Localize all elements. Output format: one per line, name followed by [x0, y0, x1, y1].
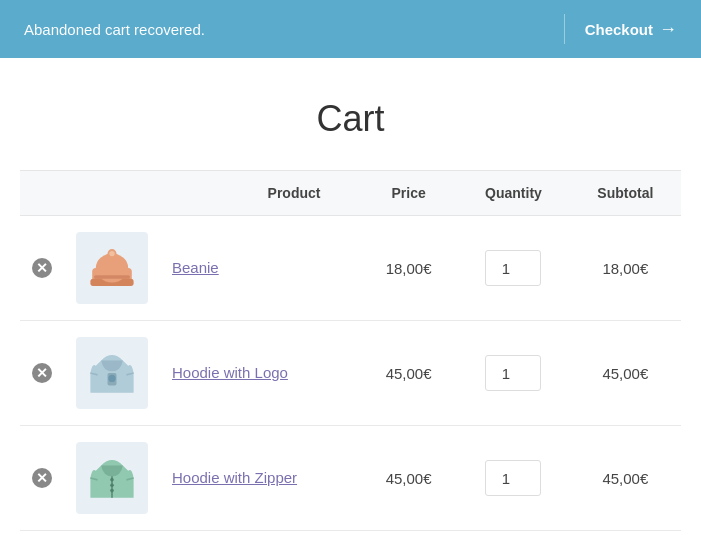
product-thumbnail	[76, 232, 148, 304]
col-header-price: Price	[360, 171, 457, 216]
svg-point-4	[109, 251, 114, 256]
quantity-stepper[interactable]	[485, 250, 541, 286]
cart-container: Product Price Quantity Subtotal ✕	[0, 170, 701, 531]
checkout-button[interactable]: Checkout →	[585, 19, 677, 40]
banner-message: Abandoned cart recovered.	[24, 21, 205, 38]
cart-table: Product Price Quantity Subtotal ✕	[20, 170, 681, 531]
remove-button[interactable]: ✕	[32, 258, 52, 278]
product-thumbnail	[76, 442, 148, 514]
remove-icon: ✕	[32, 363, 52, 383]
quantity-stepper[interactable]	[485, 460, 541, 496]
abandoned-cart-banner: Abandoned cart recovered. Checkout →	[0, 0, 701, 58]
product-name-cell: Beanie	[160, 216, 360, 321]
quantity-cell	[457, 426, 569, 531]
thumbnail-cell	[64, 216, 160, 321]
banner-checkout-area: Checkout →	[564, 14, 677, 44]
svg-point-7	[108, 375, 115, 382]
svg-point-11	[110, 489, 114, 493]
cart-table-header: Product Price Quantity Subtotal	[20, 171, 681, 216]
price-cell: 18,00€	[360, 216, 457, 321]
remove-icon: ✕	[32, 468, 52, 488]
remove-icon: ✕	[32, 258, 52, 278]
price-cell: 45,00€	[360, 321, 457, 426]
table-row: ✕ Hoodie with Zipper 45,00€	[20, 426, 681, 531]
col-header-thumb	[64, 171, 160, 216]
thumbnail-cell	[64, 321, 160, 426]
svg-point-9	[110, 478, 114, 482]
product-link[interactable]: Hoodie with Logo	[172, 364, 288, 381]
table-row: ✕ Hoodie with Logo 45,00€	[20, 321, 681, 426]
product-link[interactable]: Hoodie with Zipper	[172, 469, 297, 486]
remove-cell: ✕	[20, 216, 64, 321]
product-link[interactable]: Beanie	[172, 259, 219, 276]
product-name-cell: Hoodie with Logo	[160, 321, 360, 426]
page-title-section: Cart	[0, 58, 701, 170]
cart-table-body: ✕ Beanie 18,00€ 18,00€	[20, 216, 681, 531]
checkout-label: Checkout	[585, 21, 653, 38]
col-header-subtotal: Subtotal	[570, 171, 681, 216]
product-name-cell: Hoodie with Zipper	[160, 426, 360, 531]
thumbnail-cell	[64, 426, 160, 531]
col-header-quantity: Quantity	[457, 171, 569, 216]
col-header-product: Product	[160, 171, 360, 216]
remove-button[interactable]: ✕	[32, 468, 52, 488]
quantity-cell	[457, 216, 569, 321]
product-thumbnail	[76, 337, 148, 409]
col-header-remove	[20, 171, 64, 216]
subtotal-cell: 18,00€	[570, 216, 681, 321]
subtotal-cell: 45,00€	[570, 321, 681, 426]
remove-button[interactable]: ✕	[32, 363, 52, 383]
page-title: Cart	[0, 98, 701, 140]
banner-divider	[564, 14, 565, 44]
table-row: ✕ Beanie 18,00€ 18,00€	[20, 216, 681, 321]
checkout-arrow-icon: →	[659, 19, 677, 40]
remove-cell: ✕	[20, 426, 64, 531]
remove-cell: ✕	[20, 321, 64, 426]
subtotal-cell: 45,00€	[570, 426, 681, 531]
price-cell: 45,00€	[360, 426, 457, 531]
svg-point-10	[110, 483, 114, 487]
quantity-stepper[interactable]	[485, 355, 541, 391]
svg-rect-5	[94, 275, 130, 279]
quantity-cell	[457, 321, 569, 426]
